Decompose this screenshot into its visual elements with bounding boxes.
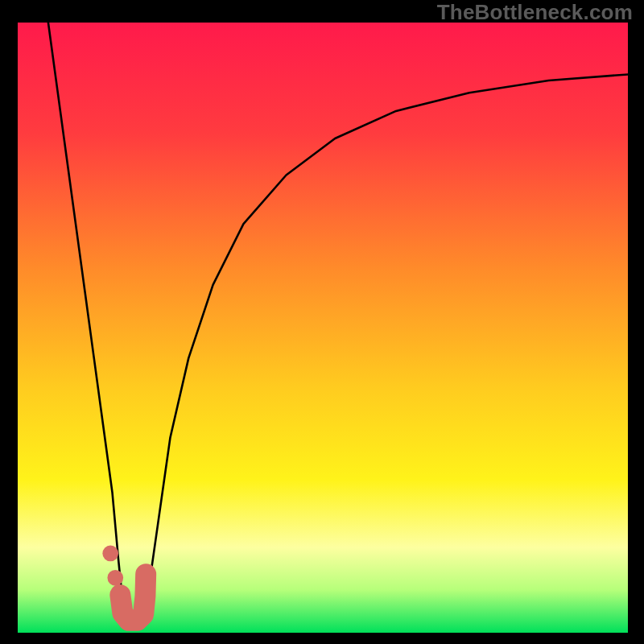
watermark-text: TheBottleneck.com bbox=[437, 0, 633, 25]
gradient-background bbox=[18, 23, 628, 633]
chart-container: TheBottleneck.com bbox=[0, 0, 644, 644]
bottleneck-chart bbox=[18, 23, 628, 633]
dot-lower bbox=[107, 570, 123, 586]
dot-upper bbox=[102, 546, 118, 562]
